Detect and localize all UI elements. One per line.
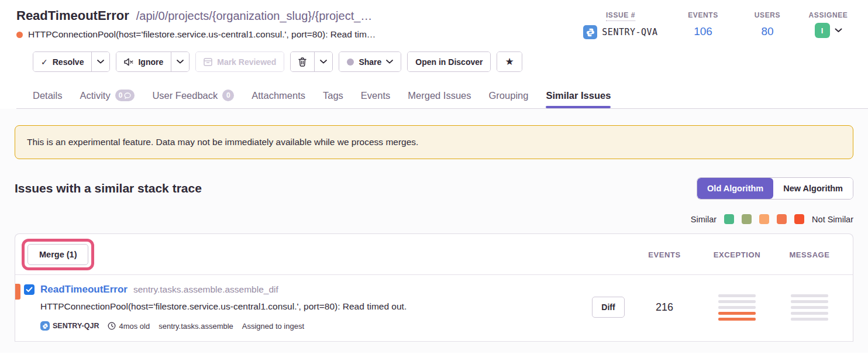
tab-grouping[interactable]: Grouping bbox=[489, 82, 529, 108]
open-in-discover-button[interactable]: Open in Discover bbox=[408, 52, 490, 71]
row-title-line: ReadTimeoutError sentry.tasks.assemble.a… bbox=[24, 284, 407, 295]
action-toolbar: ✓ Resolve Ignore Mark bbox=[33, 51, 868, 72]
legend-swatch-3 bbox=[759, 214, 769, 224]
tab-activity[interactable]: Activity 0 bbox=[80, 82, 135, 108]
bookmark-button-group: ★ bbox=[497, 51, 522, 72]
chevron-down-icon bbox=[386, 60, 393, 64]
stat-issue-number: ISSUE # SENTRY-QVA bbox=[571, 9, 670, 39]
banner-text: This is an experimental feature. Data ma… bbox=[27, 137, 418, 147]
column-header-message: MESSAGE bbox=[775, 250, 844, 259]
tab-label: Similar Issues bbox=[546, 90, 611, 101]
assignee-dropdown[interactable]: I bbox=[799, 23, 857, 38]
tab-label: Attachments bbox=[252, 90, 305, 101]
issue-transaction-path: /api/0/projects/{organization_slug}/{pro… bbox=[136, 9, 373, 23]
share-status-dot-icon bbox=[347, 59, 354, 66]
row-error-level-bar bbox=[15, 284, 20, 300]
mark-reviewed-button-group: Mark Reviewed bbox=[195, 51, 284, 72]
tab-tags[interactable]: Tags bbox=[323, 82, 343, 108]
tab-label: User Feedback bbox=[152, 90, 218, 101]
ignore-button[interactable]: Ignore bbox=[116, 52, 171, 71]
ignore-label: Ignore bbox=[138, 57, 163, 67]
score-bar bbox=[791, 306, 828, 309]
tab-details[interactable]: Details bbox=[33, 82, 62, 108]
row-message: HTTPConnectionPool(host='filestore.servi… bbox=[40, 301, 407, 312]
old-algorithm-button[interactable]: Old Algorithm bbox=[697, 178, 773, 199]
stat-events: EVENTS 106 bbox=[670, 9, 736, 39]
tab-label: Grouping bbox=[489, 90, 529, 101]
users-label: USERS bbox=[755, 11, 780, 19]
row-assignment: Assigned to ingest bbox=[242, 322, 304, 331]
delete-button[interactable] bbox=[291, 52, 314, 71]
row-main: ReadTimeoutError sentry.tasks.assemble.a… bbox=[24, 284, 407, 331]
badge-count: 0 bbox=[226, 91, 230, 99]
score-bar bbox=[791, 318, 828, 321]
issue-short-id: SENTRY-QVA bbox=[571, 25, 670, 39]
tab-merged-issues[interactable]: Merged Issues bbox=[408, 82, 471, 108]
mute-icon bbox=[124, 58, 133, 66]
algorithm-toggle: Old Algorithm New Algorithm bbox=[697, 177, 853, 200]
row-exception-score-cell bbox=[699, 294, 775, 321]
resolve-dropdown-button[interactable] bbox=[91, 52, 109, 71]
tab-events[interactable]: Events bbox=[361, 82, 390, 108]
row-columns: Diff 216 bbox=[587, 284, 844, 331]
share-button[interactable]: Share bbox=[339, 52, 401, 71]
row-shortid-text: SENTRY-QJR bbox=[53, 322, 99, 330]
tab-similar-issues[interactable]: Similar Issues bbox=[546, 82, 611, 108]
comment-bubble-icon bbox=[124, 92, 131, 99]
score-bar bbox=[791, 294, 828, 297]
experimental-feature-banner: This is an experimental feature. Data ma… bbox=[15, 125, 853, 159]
merge-button-wrap: Merge (1) bbox=[27, 244, 88, 265]
issue-header: ReadTimeoutError /api/0/projects/{organi… bbox=[0, 0, 868, 109]
resolve-button[interactable]: ✓ Resolve bbox=[33, 52, 91, 71]
python-project-icon bbox=[40, 321, 50, 331]
row-checkbox[interactable] bbox=[24, 284, 35, 295]
legend-swatch-5 bbox=[794, 214, 804, 224]
tab-label: Details bbox=[33, 90, 62, 101]
row-culprit: sentry.tasks.assemble.assemble_dif bbox=[133, 284, 278, 295]
column-header-events: EVENTS bbox=[630, 250, 699, 259]
assignee-label: ASSIGNEE bbox=[809, 11, 848, 19]
trash-icon bbox=[298, 57, 306, 67]
mark-reviewed-button[interactable]: Mark Reviewed bbox=[196, 52, 284, 71]
merge-button[interactable]: Merge (1) bbox=[27, 244, 88, 265]
mark-reviewed-label: Mark Reviewed bbox=[217, 57, 276, 67]
issue-short-id-text: SENTRY-QVA bbox=[602, 27, 657, 37]
section-title: Issues with a similar stack trace bbox=[15, 181, 202, 195]
legend-swatch-1 bbox=[724, 214, 734, 224]
row-age-text: 4mos old bbox=[119, 322, 150, 331]
stat-users: USERS 80 bbox=[736, 9, 799, 39]
ignore-dropdown-button[interactable] bbox=[171, 52, 189, 71]
users-count[interactable]: 80 bbox=[736, 25, 799, 38]
row-issue-title-link[interactable]: ReadTimeoutError bbox=[40, 284, 128, 295]
bookmark-star-button[interactable]: ★ bbox=[497, 52, 521, 71]
chevron-down-icon bbox=[177, 60, 184, 64]
events-label: EVENTS bbox=[688, 11, 718, 19]
new-algorithm-button[interactable]: New Algorithm bbox=[773, 178, 853, 199]
error-level-dot-icon bbox=[16, 32, 23, 38]
chevron-down-icon bbox=[97, 60, 104, 64]
tab-attachments[interactable]: Attachments bbox=[252, 82, 305, 108]
resolve-button-group: ✓ Resolve bbox=[33, 51, 110, 72]
delete-dropdown-button[interactable] bbox=[314, 52, 332, 71]
column-header-exception: EXCEPTION bbox=[699, 250, 775, 259]
row-project-shortid: SENTRY-QJR bbox=[40, 321, 99, 331]
score-bar bbox=[718, 300, 756, 303]
score-bar bbox=[718, 306, 756, 309]
resolve-label: Resolve bbox=[53, 57, 84, 67]
issue-number-label: ISSUE # bbox=[606, 11, 635, 21]
tab-user-feedback[interactable]: User Feedback 0 bbox=[152, 82, 234, 108]
check-icon: ✓ bbox=[41, 57, 48, 67]
legend-not-similar-label: Not Similar bbox=[812, 215, 853, 224]
badge-count: 0 bbox=[119, 91, 123, 99]
issue-title-row: ReadTimeoutError /api/0/projects/{organi… bbox=[16, 8, 531, 23]
stat-assignee: ASSIGNEE I bbox=[799, 9, 857, 39]
section-header: Issues with a similar stack trace Old Al… bbox=[15, 177, 853, 200]
score-bar bbox=[718, 294, 756, 297]
score-bar bbox=[791, 312, 828, 315]
assignee-avatar: I bbox=[815, 23, 830, 38]
similar-issues-panel: This is an experimental feature. Data ma… bbox=[0, 109, 868, 353]
exception-score-bars bbox=[718, 294, 756, 321]
events-count[interactable]: 106 bbox=[670, 25, 736, 38]
issue-subtitle: HTTPConnectionPool(host='filestore.servi… bbox=[28, 29, 376, 40]
diff-button[interactable]: Diff bbox=[592, 297, 624, 318]
